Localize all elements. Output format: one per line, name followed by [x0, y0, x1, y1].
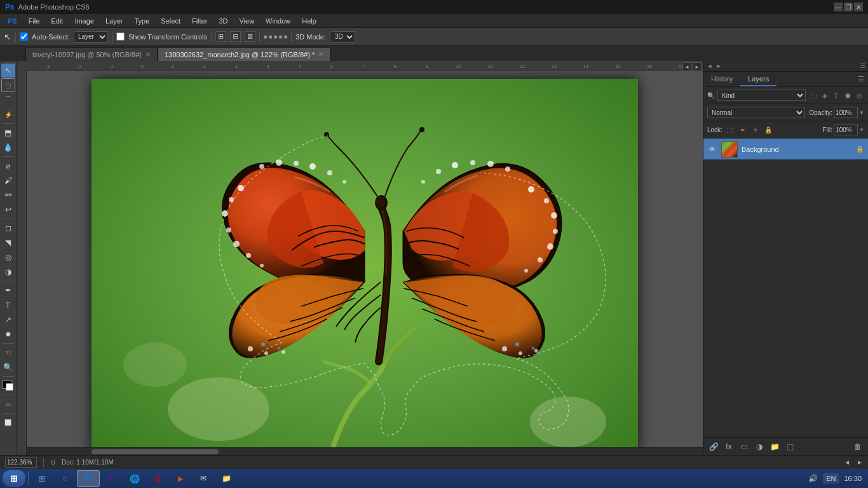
menu-edit[interactable]: Edit: [46, 16, 68, 26]
gradient-button[interactable]: ◥: [1, 236, 15, 250]
filter-smart-icon[interactable]: ◎: [854, 90, 864, 100]
tab-tsvetyi-close[interactable]: ✕: [146, 51, 151, 58]
pen-button[interactable]: ✒: [1, 283, 15, 297]
menu-image[interactable]: Image: [69, 16, 99, 26]
brush-button[interactable]: 🖌: [1, 173, 15, 187]
taskbar-photoshop-btn[interactable]: Ps: [77, 470, 100, 487]
scrollbar-thumb[interactable]: [92, 449, 219, 454]
panel-menu-icon[interactable]: ☰: [860, 63, 865, 69]
start-button[interactable]: ⊞: [3, 470, 25, 487]
filter-pixel-icon[interactable]: ⬚: [808, 90, 818, 100]
lasso-tool-button[interactable]: ⌒: [1, 93, 15, 107]
menu-help[interactable]: Help: [297, 16, 322, 26]
opacity-arrow[interactable]: ▼: [859, 110, 864, 116]
hand-button[interactable]: ☜: [1, 346, 15, 360]
menu-layer[interactable]: Layer: [100, 16, 128, 26]
3d-mode-dropdown[interactable]: 3D: [330, 31, 355, 43]
taskbar-windows-icon[interactable]: ⊞: [31, 470, 53, 487]
nav-next[interactable]: ►: [857, 459, 863, 466]
magic-wand-button[interactable]: ⚡: [1, 107, 15, 121]
fill-input[interactable]: [834, 124, 858, 135]
screen-mode-button[interactable]: ⬜: [1, 416, 15, 430]
canvas-prev-btn[interactable]: ◄: [682, 62, 691, 71]
taskbar-chrome-btn[interactable]: 🌐: [124, 470, 146, 487]
eyedropper-button[interactable]: 💧: [1, 140, 15, 154]
auto-select-dropdown[interactable]: Layer Group: [74, 31, 108, 43]
quick-mask-button[interactable]: ⬭: [1, 397, 15, 411]
taskbar-yahoo-btn[interactable]: Y!: [101, 470, 123, 487]
tab-monarch[interactable]: 1300302632_monarch2.jpg @ 122% (RGB/8#) …: [158, 47, 330, 61]
lock-transparent-icon[interactable]: ⬚: [725, 125, 735, 135]
close-button[interactable]: ✕: [854, 3, 863, 11]
panel-next-btn[interactable]: ►: [715, 62, 722, 70]
foreground-color[interactable]: [1, 379, 15, 393]
tab-monarch-close[interactable]: ✕: [318, 51, 323, 58]
type-button[interactable]: T: [1, 298, 15, 312]
blend-mode-dropdown[interactable]: Normal Dissolve Multiply Screen Overlay: [707, 107, 805, 118]
opacity-input[interactable]: [834, 107, 858, 118]
speaker-icon[interactable]: 🔊: [808, 474, 818, 483]
delete-layer-button[interactable]: 🗑: [851, 440, 864, 453]
lock-image-icon[interactable]: ✒: [738, 125, 748, 135]
new-group-button[interactable]: 📁: [768, 440, 781, 453]
menu-file[interactable]: File: [24, 16, 45, 26]
fill-arrow[interactable]: ▼: [859, 127, 864, 133]
taskbar-explorer-btn[interactable]: 📁: [215, 470, 237, 487]
tab-history[interactable]: History: [703, 72, 740, 86]
canvas-area: -3 -2 -1 0 1 2 3 4 5 6 7 8 9 10 11 12 13…: [17, 61, 703, 455]
new-layer-button[interactable]: ⬚: [783, 440, 796, 453]
clone-button[interactable]: ⚯: [1, 188, 15, 202]
filter-type-icon[interactable]: T: [831, 90, 841, 100]
tab-tsvetyi[interactable]: tsvetyi-10997.jpg @ 50% (RGB/8#) ✕: [25, 47, 158, 61]
add-fx-button[interactable]: fx: [722, 440, 735, 453]
tab-layers[interactable]: Layers: [740, 72, 776, 86]
nav-prev[interactable]: ◄: [844, 459, 850, 466]
canvas-scrollbar-horizontal[interactable]: [27, 447, 703, 455]
layer-row-background[interactable]: 👁 Background 🔒: [703, 139, 868, 160]
restore-button[interactable]: ❐: [844, 3, 853, 11]
canvas-next-btn[interactable]: ►: [693, 62, 702, 71]
zoom-input[interactable]: [5, 458, 37, 468]
shape-button[interactable]: ⬟: [1, 327, 15, 341]
lang-indicator[interactable]: EN: [823, 473, 839, 484]
healing-button[interactable]: ⌀: [1, 159, 15, 173]
show-transform-checkbox[interactable]: [116, 32, 125, 41]
crop-tool-button[interactable]: ⬒: [1, 126, 15, 140]
link-layers-button[interactable]: 🔗: [707, 440, 720, 453]
taskbar-ie-btn[interactable]: e: [54, 470, 76, 487]
layers-panel-menu-btn[interactable]: ☰: [854, 72, 868, 86]
filter-shape-icon[interactable]: ⬟: [843, 90, 853, 100]
menu-3d[interactable]: 3D: [214, 16, 233, 26]
align-right-icon[interactable]: ⊠: [245, 31, 255, 42]
menu-select[interactable]: Select: [156, 16, 186, 26]
blur-button[interactable]: ◎: [1, 250, 15, 264]
align-center-icon[interactable]: ⊟: [230, 31, 241, 42]
taskbar-media-btn[interactable]: ▶: [170, 470, 191, 487]
layer-visibility-icon[interactable]: 👁: [707, 144, 717, 154]
add-mask-button[interactable]: ⬭: [738, 440, 750, 453]
path-selection-button[interactable]: ↗: [1, 313, 15, 327]
layer-filter-dropdown[interactable]: Kind Name Effect Mode Attribute Color: [717, 90, 806, 101]
taskbar-email-btn[interactable]: ✉: [193, 470, 214, 487]
menu-ps[interactable]: PS: [3, 16, 22, 26]
menu-view[interactable]: View: [234, 16, 259, 26]
marquee-tool-button[interactable]: ⬚: [1, 78, 15, 92]
align-left-icon[interactable]: ⊞: [215, 31, 226, 42]
auto-select-checkbox[interactable]: [20, 32, 28, 41]
lock-position-icon[interactable]: ✛: [750, 125, 761, 135]
filter-adjust-icon[interactable]: ◈: [820, 90, 830, 100]
new-fill-button[interactable]: ◑: [753, 440, 766, 453]
menu-type[interactable]: Type: [130, 16, 155, 26]
zoom-button[interactable]: 🔍: [1, 360, 15, 374]
taskbar-opera-btn[interactable]: O: [147, 470, 168, 487]
move-tool-button[interactable]: ↖: [1, 64, 15, 78]
dodge-button[interactable]: ◑: [1, 265, 15, 279]
lock-all-icon[interactable]: 🔒: [763, 125, 773, 135]
menu-window[interactable]: Window: [261, 16, 295, 26]
panel-prev-btn[interactable]: ◄: [706, 62, 714, 70]
minimize-button[interactable]: —: [834, 3, 843, 11]
doc-info: Doc: 1.10M/1.10M: [62, 459, 114, 466]
menu-filter[interactable]: Filter: [187, 16, 212, 26]
history-brush-button[interactable]: ↩: [1, 203, 15, 217]
eraser-button[interactable]: ◻: [1, 221, 15, 235]
